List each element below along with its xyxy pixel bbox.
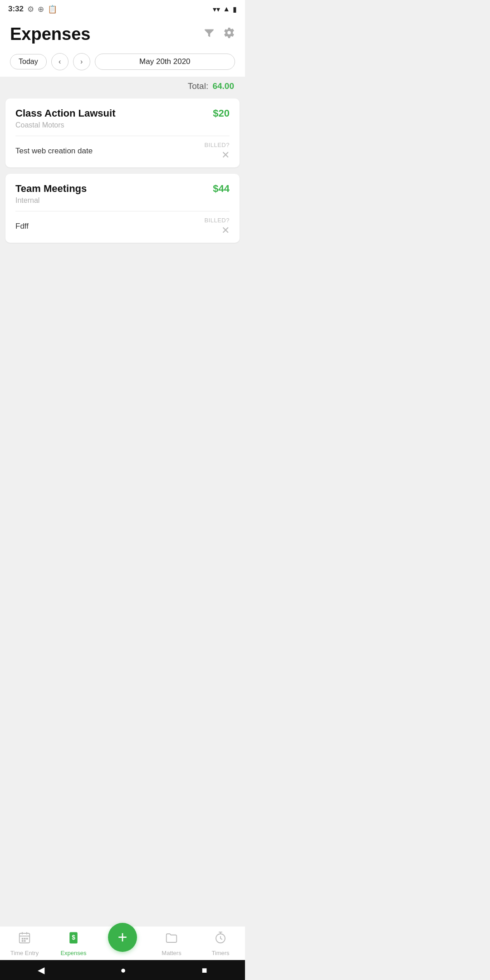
avast-icon: ⊕	[38, 5, 44, 14]
billed-label-1: BILLED?	[204, 217, 230, 224]
battery-icon: ▮	[233, 5, 237, 14]
billed-x-0[interactable]: ✕	[221, 150, 230, 160]
billed-area-0: BILLED? ✕	[204, 142, 230, 160]
settings-icon: ⚙	[27, 5, 34, 14]
total-bar: Total: 64.00	[0, 77, 245, 96]
signal-icon: ▲	[223, 5, 230, 13]
expenses-list: Class Action Lawsuit $20 Coastal Motors …	[0, 96, 245, 248]
card-bottom-0: Test web creation date BILLED? ✕	[15, 142, 230, 160]
expense-amount-0: $20	[213, 108, 230, 119]
card-top-1: Team Meetings $44	[15, 183, 230, 195]
header: Expenses	[0, 16, 245, 49]
clipboard-icon: 📋	[48, 5, 57, 14]
expense-title-0: Class Action Lawsuit	[15, 108, 115, 119]
filter-icon[interactable]	[203, 27, 215, 42]
card-bottom-1: Fdff BILLED? ✕	[15, 217, 230, 235]
billed-area-1: BILLED? ✕	[204, 217, 230, 235]
card-divider-1	[15, 211, 230, 211]
expense-amount-1: $44	[213, 183, 230, 195]
billed-x-1[interactable]: ✕	[221, 225, 230, 235]
prev-button[interactable]: ‹	[51, 53, 69, 70]
expense-description-0: Test web creation date	[15, 147, 93, 156]
empty-area	[0, 248, 245, 384]
today-button[interactable]: Today	[10, 54, 47, 69]
next-icon: ›	[80, 58, 83, 66]
total-value: 64.00	[212, 81, 234, 91]
next-button[interactable]: ›	[73, 53, 90, 70]
expense-title-1: Team Meetings	[15, 183, 87, 195]
expense-card-0[interactable]: Class Action Lawsuit $20 Coastal Motors …	[5, 98, 240, 167]
header-actions	[203, 27, 235, 42]
status-time: 3:32	[8, 5, 24, 14]
card-top-0: Class Action Lawsuit $20	[15, 108, 230, 119]
wifi-icon: ▾▾	[213, 5, 220, 14]
date-nav: Today ‹ › May 20th 2020	[0, 49, 245, 77]
prev-icon: ‹	[59, 58, 61, 66]
total-label: Total:	[188, 81, 208, 91]
status-bar: 3:32 ⚙ ⊕ 📋 ▾▾ ▲ ▮	[0, 0, 245, 16]
expense-description-1: Fdff	[15, 222, 29, 231]
expense-card-1[interactable]: Team Meetings $44 Internal Fdff BILLED? …	[5, 174, 240, 243]
status-right: ▾▾ ▲ ▮	[213, 5, 237, 14]
card-divider-0	[15, 136, 230, 136]
expense-subtitle-1: Internal	[15, 196, 230, 205]
date-display[interactable]: May 20th 2020	[95, 54, 235, 70]
page-title: Expenses	[10, 24, 90, 44]
status-left: 3:32 ⚙ ⊕ 📋	[8, 5, 57, 14]
expense-subtitle-0: Coastal Motors	[15, 121, 230, 129]
billed-label-0: BILLED?	[204, 142, 230, 148]
settings-gear-icon[interactable]	[223, 27, 235, 42]
